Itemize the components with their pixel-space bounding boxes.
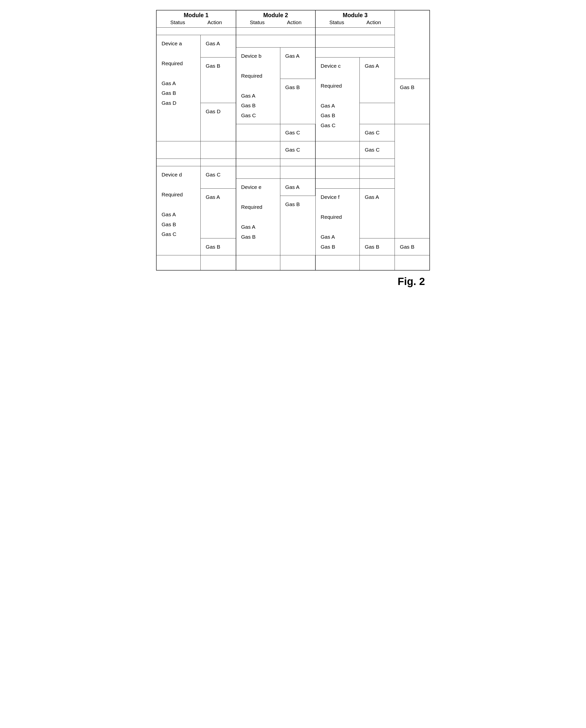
module3-status-label: Status xyxy=(329,19,344,25)
bot-m3s xyxy=(315,255,360,270)
m1-empty-mid xyxy=(156,141,201,159)
bot-m2s xyxy=(236,255,280,270)
m3-action-gasb-s2: Gas B xyxy=(395,238,430,255)
m3-action-empty-s2-top xyxy=(360,166,395,179)
m2-device-b-status: Device bRequiredGas AGas BGas C xyxy=(236,48,280,124)
m3-device-c-status: Device cRequiredGas AGas BGas C xyxy=(315,57,360,141)
module1-header: Module 1 Status Action xyxy=(156,10,236,28)
module2-action-label: Action xyxy=(287,19,302,25)
m1-action-mid xyxy=(201,141,236,159)
module2-name: Module 2 xyxy=(239,12,313,19)
module1-status-label: Status xyxy=(170,19,185,25)
module2-status-label: Status xyxy=(250,19,264,25)
m3-device-f-status: Device fRequiredGas AGas B xyxy=(315,189,360,255)
bot-m2a xyxy=(280,255,315,270)
module3-name: Module 3 xyxy=(318,12,392,19)
m3-empty-s2-top xyxy=(315,166,360,179)
sep1-m3a xyxy=(360,159,395,166)
page: Module 1 Status Action Module 2 Status A… xyxy=(156,10,430,287)
m2-action-gasa-s2: Gas A xyxy=(280,179,315,196)
main-table: Module 1 Status Action Module 2 Status A… xyxy=(156,10,430,270)
module1-name: Module 1 xyxy=(159,12,233,19)
m3-empty-top xyxy=(315,35,395,48)
m2-empty-gasc xyxy=(236,124,280,141)
module3-action-label: Action xyxy=(366,19,381,25)
m3-empty-2 xyxy=(315,48,395,57)
m2-action-gasb-s2-cell: Gas B xyxy=(360,238,395,255)
m1-action-gasa: Gas A xyxy=(201,35,236,57)
m3-action-gasc-upper: Gas C xyxy=(360,124,395,141)
bot-m1a xyxy=(201,255,236,270)
m3-action-gasb: Gas B xyxy=(395,79,430,124)
m3-action-empty-s2-2 xyxy=(360,179,395,189)
m1-device-a-status: Device aRequiredGas AGas BGas D xyxy=(156,35,201,141)
m1-device-d-status: Device dRequiredGas AGas BGas C xyxy=(156,166,201,255)
m2-action-gasc: Gas C xyxy=(280,124,315,141)
m2-action-empty-s2-top xyxy=(280,166,315,179)
m3-action-gasa: Gas A xyxy=(360,57,395,103)
sep1-m2s xyxy=(236,159,280,166)
m2-device-e-status: Device eRequiredGas AGas B xyxy=(236,179,280,255)
module2-header: Module 2 Status Action xyxy=(236,10,316,28)
m3-action-gasa-s2: Gas A xyxy=(360,189,395,238)
m2-empty-top xyxy=(236,35,316,48)
bot-m1s xyxy=(156,255,201,270)
m2-action-gasb-cell: Gas B xyxy=(280,79,315,124)
sep1-m1s xyxy=(156,159,201,166)
m1-action-gasc-s2: Gas C xyxy=(201,166,236,189)
m2-action-gasc-lower: Gas C xyxy=(280,141,315,159)
m2-action-gasb-s2: Gas B xyxy=(280,196,315,255)
bot-m3a xyxy=(360,255,395,270)
module3-header: Module 3 Status Action xyxy=(315,10,395,28)
m3-action-gasc-lower: Gas C xyxy=(360,141,395,159)
m1-action-gasd: Gas D xyxy=(201,103,236,141)
sep1-m2a xyxy=(280,159,315,166)
figure-label: Fig. 2 xyxy=(156,276,430,287)
sep1-m1a xyxy=(201,159,236,166)
m2-empty-mid xyxy=(236,141,280,159)
m1-action-gasb-s2: Gas B xyxy=(201,238,236,255)
m2-action-gasa: Gas A xyxy=(280,48,315,79)
sep1-m3s xyxy=(315,159,360,166)
m2-empty-s2-top xyxy=(236,166,280,179)
m1-action-gasb: Gas B xyxy=(201,57,236,103)
m3-empty-mid xyxy=(315,141,360,159)
m1-action-gasa-s2: Gas A xyxy=(201,189,236,238)
module1-action-label: Action xyxy=(207,19,222,25)
m3-empty-s2-2 xyxy=(315,179,360,189)
